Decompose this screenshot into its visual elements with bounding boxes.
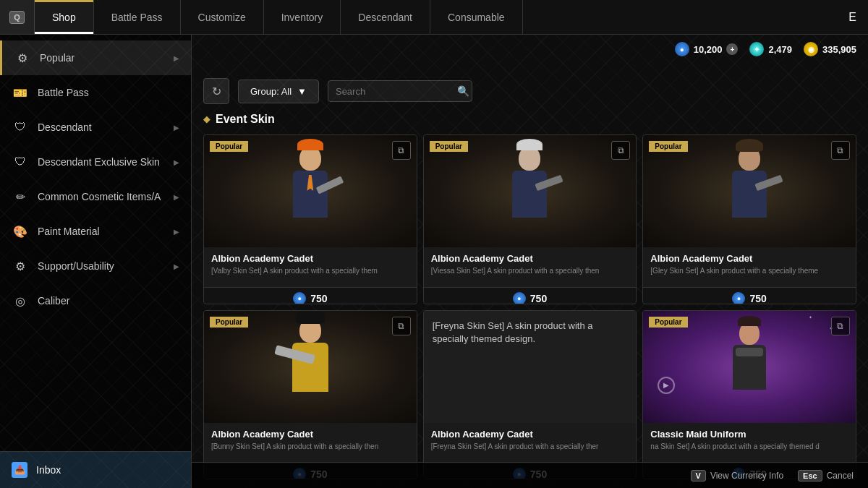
teal-currency-amount: 2,479 (768, 44, 792, 55)
item-4-image (204, 311, 417, 423)
exclusive-skin-icon: 🛡 (12, 153, 29, 171)
item-4-copy-button[interactable]: ⧉ (392, 317, 411, 335)
section-header: ◆ Event Skin (203, 113, 856, 126)
item-card-1[interactable]: Popular ⧉ (203, 134, 417, 304)
nav-tab-customize-label: Customize (198, 12, 246, 23)
item-card-4[interactable]: Popular ⧉ (203, 310, 417, 480)
item-2-image (424, 135, 637, 247)
item-card-5[interactable]: [Freyna Skin Set] A skin product with a … (423, 310, 637, 480)
sidebar-cosmetic-label: Common Cosmetic Items/A (38, 191, 161, 202)
popular-chevron: ▶ (174, 54, 179, 62)
item-1-info: Albion Academy Cadet [Valby Skin Set] A … (204, 247, 417, 287)
item-5-desc: [Freyna Skin Set] A skin product with a … (431, 442, 629, 451)
sidebar-item-support[interactable]: ⚙ Support/Usability ▶ (0, 249, 191, 283)
battlepass-icon: 🎫 (12, 84, 29, 101)
item-1-desc: [Valby Skin Set] A skin product with a s… (211, 266, 409, 275)
nav-key-e[interactable]: E (837, 0, 868, 34)
blue-currency-amount: 10,200 (694, 44, 723, 55)
nav-tab-battlepass[interactable]: Battle Pass (94, 0, 181, 34)
item-2-desc: [Viessa Skin Set] A skin product with a … (431, 266, 629, 275)
item-card-3[interactable]: Popular ⧉ (642, 134, 856, 304)
cosmetic-icon: ✏ (12, 188, 29, 205)
currency-blue: ● 10,200 + (675, 42, 739, 56)
top-navigation: Q Shop Battle Pass Customize Inventory D… (0, 0, 868, 35)
cancel-label: Cancel (827, 471, 854, 481)
sidebar-item-popular[interactable]: ⚙ Popular ▶ (0, 40, 191, 75)
item-card-6[interactable]: Popular ⧉ ✦ ✦ ✦ ▶ (642, 310, 856, 480)
currency-bar: ● 10,200 + ✦ 2,479 ◉ 335,905 (675, 42, 856, 56)
blue-currency-plus[interactable]: + (726, 43, 738, 55)
inbox-label: Inbox (36, 464, 61, 476)
nav-tab-battlepass-label: Battle Pass (111, 12, 163, 23)
search-icon[interactable]: 🔍 (457, 85, 469, 97)
nav-tab-inventory-label: Inventory (281, 12, 323, 23)
item-1-name: Albion Academy Cadet (211, 253, 409, 264)
currency-teal: ✦ 2,479 (749, 42, 792, 56)
item-1-image (204, 135, 417, 247)
item-card-2[interactable]: Popular ⧉ (423, 134, 637, 304)
paint-chevron: ▶ (174, 228, 179, 236)
item-1-price-value: 750 (310, 293, 327, 304)
gold-currency-amount: 335,905 (822, 44, 856, 55)
item-2-price-icon: ● (513, 292, 526, 304)
nav-tab-customize[interactable]: Customize (181, 0, 264, 34)
blue-currency-icon: ● (675, 42, 689, 56)
item-4-badge: Popular (210, 317, 248, 328)
currency-gold: ◉ 335,905 (804, 42, 856, 56)
sidebar-inbox[interactable]: 📥 Inbox (0, 451, 191, 488)
e-key-label: E (848, 11, 856, 24)
support-icon: ⚙ (12, 257, 29, 275)
group-selector[interactable]: Group: All ▼ (238, 80, 319, 103)
item-1-copy-button[interactable]: ⧉ (392, 141, 411, 160)
sidebar-item-cosmetic[interactable]: ✏ Common Cosmetic Items/A ▶ (0, 179, 191, 214)
nav-tab-shop[interactable]: Shop (35, 0, 94, 34)
item-4-name: Albion Academy Cadet (211, 429, 409, 440)
sidebar-item-descendant[interactable]: 🛡 Descendant ▶ (0, 110, 191, 145)
cosmetic-chevron: ▶ (174, 193, 179, 201)
item-2-copy-button[interactable]: ⧉ (611, 141, 630, 160)
sidebar-descendant-label: Descendant (38, 121, 92, 133)
sidebar-popular-label: Popular (40, 52, 75, 64)
item-6-info: Classic Maid Uniform na Skin Set] A skin… (643, 423, 856, 463)
cancel-control[interactable]: Esc Cancel (798, 470, 854, 481)
nav-tab-descendant[interactable]: Descendant (341, 0, 430, 34)
search-input[interactable] (336, 86, 457, 97)
sidebar-item-paint[interactable]: 🎨 Paint Material ▶ (0, 214, 191, 249)
descendant-chevron: ▶ (174, 124, 179, 132)
paint-icon: 🎨 (12, 223, 29, 240)
teal-currency-icon: ✦ (749, 42, 764, 56)
sidebar-item-battlepass[interactable]: 🎫 Battle Pass (0, 75, 191, 110)
sidebar-item-exclusive-skin[interactable]: 🛡 Descendant Exclusive Skin ▶ (0, 145, 191, 179)
item-3-copy-button[interactable]: ⧉ (831, 141, 850, 160)
item-1-price: ● 750 (204, 287, 417, 304)
search-box: 🔍 (328, 80, 472, 102)
cancel-key: Esc (798, 470, 822, 481)
item-6-badge: Popular (649, 317, 687, 328)
nav-tab-inventory[interactable]: Inventory (264, 0, 341, 34)
item-5-name: Albion Academy Cadet (431, 429, 629, 440)
item-5-image-text: [Freyna Skin Set] A skin product with a … (424, 311, 637, 423)
item-3-price-value: 750 (749, 293, 766, 304)
item-3-badge: Popular (649, 141, 687, 152)
sidebar-caliber-label: Caliber (38, 295, 69, 307)
refresh-button[interactable]: ↻ (203, 78, 229, 104)
items-grid: Popular ⧉ (203, 134, 856, 479)
item-4-desc: [Bunny Skin Set] A skin product with a s… (211, 442, 409, 451)
toolbar: ↻ Group: All ▼ 🔍 (203, 78, 856, 104)
content-area: ↻ Group: All ▼ 🔍 ◆ Event Skin Popular ⧉ (192, 35, 868, 488)
sidebar-battlepass-label: Battle Pass (38, 87, 89, 98)
nav-key-q[interactable]: Q (0, 0, 35, 34)
item-3-desc: [Gley Skin Set] A skin product with a sp… (650, 266, 848, 275)
nav-tab-consumable[interactable]: Consumable (430, 0, 523, 34)
item-6-copy-button[interactable]: ⧉ (831, 317, 850, 335)
item-6-desc: na Skin Set] A skin product with a speci… (650, 442, 848, 451)
view-currency-control[interactable]: V View Currency Info (691, 470, 784, 481)
sidebar-item-caliber[interactable]: ◎ Caliber (0, 283, 191, 318)
item-3-image (643, 135, 856, 247)
section-title: Event Skin (216, 113, 275, 126)
group-selector-chevron: ▼ (297, 86, 307, 97)
nav-tab-descendant-label: Descendant (358, 12, 412, 23)
item-3-name: Albion Academy Cadet (650, 253, 848, 264)
view-currency-key: V (691, 470, 706, 481)
item-3-price-icon: ● (732, 292, 745, 304)
